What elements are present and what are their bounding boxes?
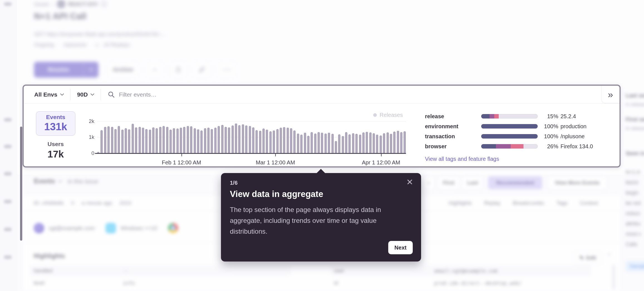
tag-bar-segment: [481, 144, 496, 149]
chart-bar: [345, 132, 347, 153]
chart-bar: [376, 135, 378, 153]
tag-row[interactable]: browser 26% Firefox 134.0: [425, 141, 614, 151]
chart-bar: [163, 126, 165, 153]
chart-bar: [293, 130, 296, 153]
chart-bar: [304, 133, 306, 153]
tag-bar-segment: [511, 144, 524, 149]
divider: [100, 89, 101, 100]
chart-bar: [121, 130, 124, 153]
chart-bar: [149, 130, 151, 153]
tag-bar-segment: [496, 144, 511, 149]
tag-value: 100% production: [541, 123, 614, 130]
chart-bar: [290, 128, 292, 153]
events-stat-value: 131k: [36, 121, 75, 133]
chart-bar: [362, 132, 365, 153]
chart-bar: [194, 128, 196, 153]
chart-bars: [97, 121, 406, 153]
chart-bar: [132, 124, 134, 153]
tour-next-button[interactable]: Next: [388, 241, 413, 254]
chart-bar: [262, 129, 265, 153]
chart-bar: [204, 128, 206, 153]
tag-row[interactable]: transaction 100% /nplusone: [425, 131, 614, 141]
aggregate-data-panel: All Envs 90D » Events 131k Users 17k: [23, 85, 621, 167]
chart-bar: [218, 126, 220, 153]
chart-bar: [225, 127, 227, 153]
chevron-down-icon: [60, 92, 64, 95]
chart-bar: [176, 129, 179, 153]
filter-bar: All Envs 90D »: [24, 86, 620, 103]
view-all-tags-link[interactable]: View all tags and feature flags: [425, 156, 499, 162]
chart-bar: [325, 134, 327, 153]
events-stat-toggle[interactable]: Events 131k: [36, 111, 75, 136]
chart-bar: [404, 131, 406, 153]
chart-bar: [145, 129, 148, 153]
tag-percent: 100%: [541, 123, 558, 130]
chart-bar: [221, 125, 223, 153]
filter-events-input[interactable]: [119, 91, 620, 98]
chart-bar: [255, 130, 258, 153]
expand-sidebar-button[interactable]: »: [601, 86, 620, 103]
environment-selector[interactable]: All Envs: [34, 91, 63, 98]
releases-legend-toggle[interactable]: Releases: [373, 112, 403, 118]
x-axis-tick-label: Mar 1 12:00 AM: [256, 159, 295, 166]
chart-bar: [266, 130, 268, 153]
chart-bar: [200, 130, 203, 153]
chart-bar: [280, 128, 282, 153]
chart-bar: [321, 133, 323, 153]
tag-top-value: 25.2.4: [561, 113, 576, 120]
tag-percent: 26%: [541, 143, 558, 150]
chart-bar: [259, 131, 261, 153]
chart-bar: [348, 134, 351, 153]
search-bar: [107, 91, 620, 98]
tag-bar-segment: [494, 114, 499, 119]
chart-bar: [107, 126, 110, 153]
date-range-selector[interactable]: 90D: [77, 91, 94, 98]
y-axis-label: 1k: [82, 134, 94, 140]
tag-row[interactable]: release 15% 25.2.4: [425, 111, 614, 121]
users-stat-toggle[interactable]: Users 17k: [36, 141, 75, 160]
chart-x-axis: Feb 1 12:00 AMMar 1 12:00 AMApr 1 12:00 …: [97, 153, 406, 167]
chart-bar: [111, 127, 113, 153]
x-axis-tick-label: Feb 1 12:00 AM: [162, 159, 201, 166]
chart-bar: [152, 127, 154, 153]
chart-bar: [104, 127, 106, 153]
chart-bar: [187, 126, 189, 153]
chart-bar: [393, 132, 395, 153]
users-stat-value: 17k: [36, 149, 75, 160]
tag-distribution-bar: [481, 114, 538, 119]
chart-bar: [297, 134, 299, 153]
chart-bar: [128, 129, 130, 153]
chart-bar: [245, 125, 247, 153]
chart-bar: [311, 132, 313, 153]
chart-bar: [342, 136, 344, 153]
x-axis-tick-label: Apr 1 12:00 AM: [362, 159, 400, 166]
legend-dot-icon: [373, 113, 377, 117]
double-chevron-right-icon: »: [608, 90, 613, 99]
tag-row[interactable]: environment 100% production: [425, 121, 614, 131]
chart-bar: [125, 128, 127, 153]
chart-bar: [352, 133, 354, 153]
divider: [70, 89, 70, 100]
chart-bar: [159, 127, 161, 153]
tag-key: environment: [425, 123, 481, 130]
axis-tick: [381, 154, 382, 156]
chart-bar: [207, 128, 210, 153]
chart-bar: [307, 136, 309, 153]
tag-top-value: /nplusone: [561, 133, 585, 140]
tour-body-text: The top section of the page always displ…: [230, 204, 402, 237]
page-scrollbar-thumb[interactable]: [20, 127, 22, 241]
tag-key: browser: [425, 143, 481, 150]
chart-bar: [183, 127, 185, 153]
tag-distribution-panel: release 15% 25.2.4 environment 100% prod…: [425, 111, 614, 151]
chart-bar: [300, 135, 303, 153]
close-icon[interactable]: ✕: [406, 178, 413, 186]
chart-bar: [197, 129, 199, 153]
tag-top-value: production: [561, 123, 586, 130]
chart-bar: [331, 134, 334, 153]
sentry-issue-details-page: Issues › REACT-2VV i N+1 API Call GET ht…: [0, 0, 644, 291]
chart-bar: [242, 124, 244, 153]
chart-bar: [238, 125, 240, 153]
chart-bar: [369, 132, 372, 153]
chart-bar: [283, 127, 285, 153]
chart-bar: [166, 127, 168, 153]
